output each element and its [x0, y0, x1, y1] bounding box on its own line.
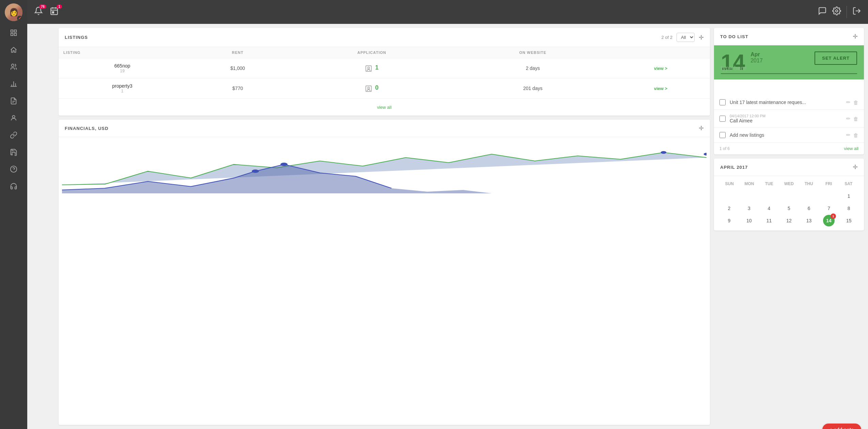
todo-edit-button[interactable]: ✏ [846, 132, 851, 138]
calendar-date[interactable]: 5 [783, 203, 795, 214]
calendar-empty-cell [823, 190, 835, 202]
application-icon [365, 85, 372, 92]
financials-add-icon[interactable]: ✛ [699, 124, 704, 132]
sidebar-icon-people[interactable] [6, 59, 21, 74]
svg-rect-3 [14, 33, 16, 35]
todo-checkbox-1[interactable] [719, 116, 726, 122]
sidebar-icon-chart[interactable] [6, 76, 21, 91]
todo-edit-button[interactable]: ✏ [846, 99, 851, 105]
todo-actions: ✏ 🗑 [846, 116, 858, 122]
listing-name: 665nop [63, 63, 181, 69]
application-icon [365, 65, 372, 72]
listing-view-link[interactable]: view > [654, 66, 667, 71]
col-action [611, 47, 710, 58]
listing-view-link[interactable]: view > [654, 86, 667, 91]
calendar-date[interactable]: 8 [843, 203, 855, 214]
sidebar-icon-grid[interactable] [6, 25, 21, 40]
calendar-date[interactable]: 1 [843, 190, 855, 202]
listings-filter[interactable]: All [677, 33, 695, 42]
financials-title: FINANCIALS, USD [65, 126, 108, 131]
notification-bell[interactable]: 76 [34, 6, 43, 17]
listing-name-cell: property3 1 [59, 78, 186, 99]
calendar-date[interactable]: 13 [803, 215, 815, 226]
todo-title: TO DO LIST [720, 34, 748, 39]
todo-add-icon[interactable]: ✛ [853, 33, 858, 40]
chart-area [59, 137, 710, 198]
listing-applications: 1 [290, 58, 454, 78]
listing-view-cell: view > [611, 78, 710, 99]
todo-view-all[interactable]: view all [844, 146, 858, 151]
svg-point-24 [368, 87, 370, 89]
todo-items: Unit 17 latest maintenance reques... ✏ 🗑… [714, 85, 864, 143]
calendar-icon[interactable]: 1 [50, 6, 59, 17]
listing-sub: 1 [63, 89, 181, 93]
todo-card: TO DO LIST ✛ 14 Apr 2017 SET ALERT + add… [714, 28, 864, 154]
listings-card-header: LISTINGS 2 of 2 All ✛ [59, 28, 710, 47]
todo-footer: 1 of 6 view all [714, 143, 864, 154]
sidebar-icon-headset[interactable] [6, 179, 21, 194]
todo-delete-button[interactable]: 🗑 [853, 132, 858, 138]
chat-icon[interactable] [818, 6, 827, 17]
calendar-add-icon[interactable]: ✛ [853, 163, 858, 171]
todo-item: 04/14/2017 12:00 PM Call Aimee ✏ 🗑 [714, 110, 864, 128]
svg-point-28 [280, 163, 288, 166]
sidebar-icon-doc[interactable] [6, 93, 21, 108]
calendar-empty-cell [743, 190, 755, 202]
calendar-date[interactable]: 12 [783, 215, 795, 226]
right-column: TO DO LIST ✛ 14 Apr 2017 SET ALERT + add… [714, 28, 864, 425]
sidebar-icon-home[interactable] [6, 42, 21, 57]
calendar-date[interactable]: 4 [763, 203, 775, 214]
svg-point-29 [661, 151, 666, 154]
calendar-today[interactable]: 141 [823, 215, 835, 226]
calendar-date[interactable]: 2 [723, 203, 735, 214]
sidebar-icon-question[interactable] [6, 162, 21, 177]
notification-badge: 76 [39, 4, 46, 9]
listing-view-cell: view > [611, 58, 710, 78]
listing-rent: $1,000 [186, 58, 290, 78]
logout-icon[interactable] [852, 6, 861, 17]
set-alert-button[interactable]: SET ALERT [815, 51, 857, 65]
calendar-empty-cell [723, 190, 735, 202]
app-count: 0 [375, 84, 378, 91]
todo-month: Apr [750, 51, 763, 58]
calendar-date[interactable]: 11 [763, 215, 775, 226]
calendar-day-names: SUNMONTUEWEDTHUFRISAT [719, 180, 858, 188]
sidebar-icon-person[interactable] [6, 110, 21, 125]
svg-point-22 [368, 67, 370, 69]
avatar[interactable]: 👩 📌 [5, 3, 22, 21]
sidebar-icon-file[interactable] [6, 145, 21, 160]
todo-text-group: Unit 17 latest maintenance reques... [730, 100, 842, 105]
listings-add-icon[interactable]: ✛ [699, 34, 704, 41]
svg-point-30 [704, 153, 707, 156]
calendar-date[interactable]: 3 [743, 203, 755, 214]
todo-delete-button[interactable]: 🗑 [853, 116, 858, 122]
calendar-date[interactable]: 9 [723, 215, 735, 226]
todo-label: Call Aimee [730, 118, 842, 123]
listing-name-cell: 665nop 19 [59, 58, 186, 78]
calendar-day-name: THU [799, 180, 819, 188]
todo-timestamp: 04/14/2017 12:00 PM [730, 114, 842, 118]
todo-delete-button[interactable]: 🗑 [853, 99, 858, 105]
calendar-date-badge: 1 [831, 213, 836, 219]
todo-type-input[interactable] [721, 63, 857, 74]
calendar-dates: 1234567891011121314115 [719, 190, 858, 226]
calendar-card: APRIL 2017 ✛ SUNMONTUEWEDTHUFRISAT 12345… [714, 159, 864, 231]
svg-point-4 [12, 64, 14, 66]
listings-view-all-link[interactable]: view all [377, 105, 392, 110]
todo-actions: ✏ 🗑 [846, 132, 858, 138]
calendar-date[interactable]: 15 [843, 215, 855, 226]
todo-checkbox-0[interactable] [719, 99, 726, 105]
listing-on-website: 201 days [454, 78, 611, 99]
calendar-header: APRIL 2017 ✛ [714, 159, 864, 176]
calendar-date[interactable]: 10 [743, 215, 755, 226]
todo-label: Unit 17 latest maintenance reques... [730, 100, 842, 105]
calendar-badge: 1 [57, 4, 62, 9]
settings-icon[interactable] [832, 6, 841, 17]
calendar-date[interactable]: 6 [803, 203, 815, 214]
todo-checkbox-2[interactable] [719, 132, 726, 138]
listing-on-website: 2 days [454, 58, 611, 78]
svg-point-27 [252, 169, 259, 173]
calendar-date[interactable]: 7 [823, 203, 835, 214]
todo-edit-button[interactable]: ✏ [846, 116, 851, 122]
sidebar-icon-link[interactable] [6, 128, 21, 143]
